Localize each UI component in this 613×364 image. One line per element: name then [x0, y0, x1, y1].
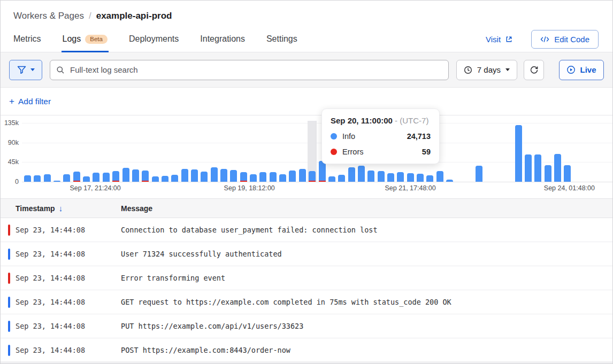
chart-bar[interactable]	[545, 165, 551, 182]
chart-bar[interactable]	[279, 174, 286, 182]
chart-bar[interactable]	[309, 171, 316, 182]
chart-bar[interactable]	[407, 173, 414, 182]
log-row[interactable]: Sep 23, 14:44:08GET request to https://e…	[1, 290, 612, 314]
visit-link[interactable]: Visit	[486, 35, 513, 44]
bar-info-segment	[476, 166, 482, 182]
chart-bar[interactable]	[53, 181, 60, 182]
add-filter-button[interactable]: + Add filter	[9, 96, 51, 107]
bar-info-segment	[367, 171, 374, 182]
filter-dropdown-button[interactable]	[9, 60, 42, 80]
chart-bar[interactable]	[83, 176, 90, 182]
chart-bar[interactable]	[191, 169, 198, 182]
chart-bar[interactable]	[387, 173, 394, 182]
chart-bar[interactable]	[73, 172, 80, 182]
log-timestamp: Sep 23, 14:44:08	[16, 322, 121, 330]
chart-bar[interactable]	[417, 174, 424, 182]
chart-bar[interactable]	[103, 173, 110, 182]
tab-metrics[interactable]: Metrics	[13, 29, 41, 52]
live-button[interactable]: Live	[559, 60, 604, 80]
refresh-button[interactable]	[524, 60, 544, 80]
chart-bar[interactable]	[220, 169, 227, 182]
chart-bar[interactable]	[289, 171, 296, 182]
refresh-icon	[530, 65, 539, 74]
chart-bar[interactable]	[270, 172, 277, 182]
chart-bar[interactable]	[152, 176, 159, 182]
chart-bar[interactable]	[564, 165, 571, 182]
chart-bar[interactable]	[171, 175, 178, 182]
breadcrumb: Workers & Pages / example-api-prod	[1, 1, 612, 21]
chart-bar[interactable]	[44, 174, 51, 182]
chart-bar[interactable]	[112, 171, 119, 182]
log-row[interactable]: Sep 23, 14:44:08Error transforming event	[1, 266, 612, 290]
edit-code-button[interactable]: Edit Code	[531, 30, 599, 49]
chart-bar[interactable]	[250, 174, 257, 182]
chart-bar[interactable]	[328, 176, 335, 182]
tab-logs[interactable]: LogsBeta	[63, 29, 108, 52]
chart-bar[interactable]	[446, 180, 453, 182]
column-timestamp[interactable]: Timestamp ↓	[16, 204, 121, 213]
chart-bar[interactable]	[162, 176, 168, 182]
bar-info-segment	[446, 180, 453, 182]
chart-bar[interactable]	[515, 125, 522, 182]
chart-bar[interactable]	[554, 154, 561, 182]
chart-bar[interactable]	[338, 175, 345, 182]
bar-info-segment	[250, 174, 257, 182]
chart-bar[interactable]	[201, 172, 208, 182]
time-range-dropdown[interactable]: 7 days	[456, 60, 517, 80]
chart-bar[interactable]	[397, 172, 404, 182]
bar-info-segment	[191, 169, 198, 182]
chart-bar[interactable]	[299, 169, 306, 182]
chart-bar[interactable]	[358, 166, 365, 182]
funnel-icon	[17, 66, 26, 74]
chart-bar[interactable]	[319, 161, 326, 182]
log-row[interactable]: Sep 23, 14:44:08Connection to database u…	[1, 218, 612, 242]
search-box[interactable]	[50, 60, 449, 80]
tab-integrations[interactable]: Integrations	[200, 29, 245, 52]
level-indicator-info	[8, 345, 10, 356]
chart-bar[interactable]	[211, 167, 218, 182]
plus-icon: +	[9, 96, 14, 107]
chart-bar[interactable]	[476, 166, 482, 182]
chart-bar[interactable]	[259, 172, 266, 182]
breadcrumb-section[interactable]: Workers & Pages	[13, 11, 84, 21]
chart-bar[interactable]	[93, 173, 99, 182]
log-search-input[interactable]	[69, 65, 442, 75]
bar-info-segment	[152, 176, 159, 182]
log-row[interactable]: Sep 23, 14:44:08POST https://example.com…	[1, 338, 612, 362]
tooltip-value: 59	[422, 148, 431, 156]
chart-bar[interactable]	[122, 168, 129, 182]
bottom-strip	[1, 361, 612, 363]
add-filter-row: + Add filter	[1, 88, 612, 115]
tab-settings[interactable]: Settings	[266, 29, 297, 52]
log-volume-chart: 045k90k135kSep 17, 21:24:00Sep 19, 18:12…	[1, 115, 612, 198]
bar-info-segment	[171, 175, 178, 182]
log-row[interactable]: Sep 23, 14:44:08PUT https://example.com/…	[1, 314, 612, 338]
chart-bar[interactable]	[378, 171, 385, 182]
bar-info-segment	[289, 171, 296, 182]
column-message[interactable]: Message	[121, 204, 152, 213]
chart-bar[interactable]	[34, 175, 41, 182]
bar-info-segment	[348, 167, 355, 182]
chart-bar[interactable]	[181, 169, 188, 182]
log-row[interactable]: Sep 23, 14:44:08User 71324 successfully …	[1, 242, 612, 266]
bar-info-segment	[426, 175, 433, 182]
y-axis-tick: 0	[1, 178, 19, 185]
chart-bar[interactable]	[24, 175, 31, 182]
chart-bar[interactable]	[525, 154, 532, 182]
chart-bar[interactable]	[426, 175, 433, 182]
tooltip-label: Info	[342, 132, 402, 141]
chart-bar[interactable]	[63, 174, 70, 182]
bar-error-segment	[112, 181, 119, 182]
live-label: Live	[580, 65, 596, 74]
chart-bar[interactable]	[142, 171, 149, 182]
chart-bar[interactable]	[132, 169, 139, 182]
chart-tooltip: Sep 20, 11:00:00 - (UTC-7) Info24,713Err…	[321, 109, 440, 164]
chart-bar[interactable]	[348, 167, 355, 182]
chart-bar[interactable]	[240, 172, 247, 182]
chart-bar[interactable]	[436, 171, 443, 182]
chart-bar[interactable]	[230, 170, 237, 182]
bar-info-segment	[328, 176, 335, 182]
chart-bar[interactable]	[534, 154, 541, 182]
tab-deployments[interactable]: Deployments	[129, 29, 179, 52]
chart-bar[interactable]	[367, 171, 374, 182]
